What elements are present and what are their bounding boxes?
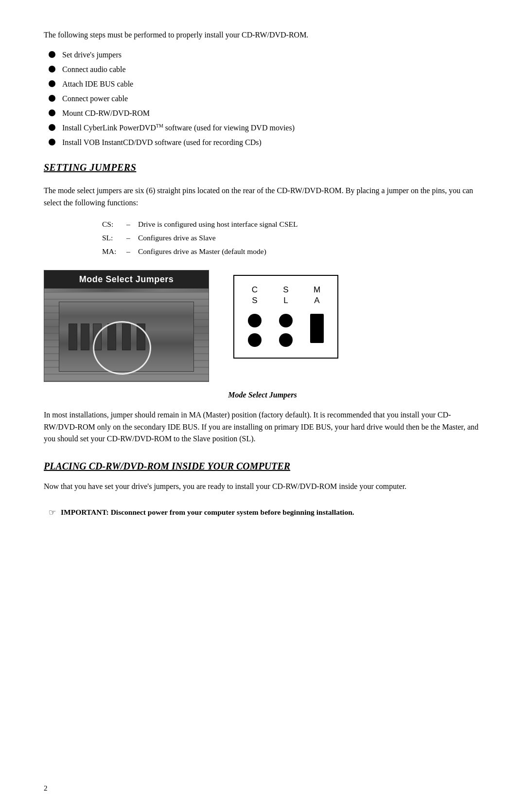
def-text: Configures drive as Slave — [138, 232, 216, 244]
bullet-text: Connect audio cable — [62, 64, 126, 75]
jumpers-paragraph1: The mode select jumpers are six (6) stra… — [44, 185, 481, 209]
jumper-pin — [248, 333, 262, 347]
bullet-dot — [49, 51, 55, 58]
jumper-col-sl: S L — [279, 285, 293, 349]
bullet-dot — [49, 139, 55, 145]
def-text: Drive is configured using host interface… — [138, 218, 298, 231]
bullet-text: Attach IDE BUS cable — [62, 78, 133, 90]
photo-content — [44, 292, 209, 381]
bullet-dot — [49, 80, 55, 87]
bullet-text: Install CyberLink PowerDVDTM software (u… — [62, 122, 295, 134]
important-box: ☞ IMPORTANT: Disconnect power from your … — [44, 506, 481, 518]
def-row-ma: MA: – Configures drive as Master (defaul… — [102, 245, 481, 258]
diagram-caption: Mode Select Jumpers — [44, 391, 481, 399]
col-top-label: M — [314, 285, 320, 295]
list-item: Mount CD-RW/DVD-ROM — [49, 108, 481, 119]
col-top-label: S — [283, 285, 288, 295]
col-top-label: C — [252, 285, 258, 295]
def-text: Configures drive as Master (default mode… — [138, 245, 266, 258]
list-item: Connect power cable — [49, 93, 481, 105]
mode-select-photo: Mode Select Jumpers — [44, 270, 209, 382]
bullet-dot — [49, 66, 55, 72]
bullet-text: Set drive's jumpers — [62, 49, 122, 61]
list-item: Install CyberLink PowerDVDTM software (u… — [49, 122, 481, 134]
bullet-list: Set drive's jumpers Connect audio cable … — [49, 49, 481, 148]
bullet-dot — [49, 95, 55, 102]
photo-label: Mode Select Jumpers — [44, 271, 209, 289]
def-row-cs: CS: – Drive is configured using host int… — [102, 218, 481, 231]
list-item: Connect audio cable — [49, 64, 481, 75]
jumper-pin — [279, 314, 293, 327]
important-icon: ☞ — [49, 507, 56, 518]
jumper-pin — [279, 333, 293, 347]
col-bottom-label: L — [283, 295, 288, 306]
jumper-diagram: C S S L — [233, 275, 338, 359]
jumper-definitions: CS: – Drive is configured using host int… — [102, 218, 481, 258]
def-label: CS: — [102, 218, 126, 231]
def-dash: – — [126, 245, 138, 258]
page-number: 2 — [44, 784, 48, 793]
jumper-pin-rect — [310, 314, 324, 343]
def-dash: – — [126, 218, 138, 231]
intro-paragraph: The following steps must be performed to… — [44, 29, 481, 41]
important-bold: IMPORTANT: Disconnect power from your co… — [61, 508, 354, 516]
def-row-sl: SL: – Configures drive as Slave — [102, 232, 481, 244]
setting-jumpers-heading: SETTING JUMPERS — [44, 162, 481, 173]
list-item: Set drive's jumpers — [49, 49, 481, 61]
list-item: Attach IDE BUS cable — [49, 78, 481, 90]
placing-paragraph: Now that you have set your drive's jumpe… — [44, 481, 481, 493]
col-labels: S L — [283, 285, 288, 306]
bullet-dot — [49, 109, 55, 116]
bullet-text: Connect power cable — [62, 93, 128, 105]
col-labels: C S — [252, 285, 258, 306]
visual-area: Mode Select Jumpers C S — [44, 270, 481, 382]
def-dash: – — [126, 232, 138, 244]
circle-highlight — [93, 321, 151, 375]
def-label: SL: — [102, 232, 126, 244]
jumper-pin — [248, 314, 262, 327]
col-labels: M A — [314, 285, 320, 306]
jumper-col-cs: C S — [248, 285, 262, 349]
col-bottom-label: S — [252, 295, 257, 306]
placing-section-heading: PLACING CD-RW/DVD-ROM INSIDE YOUR COMPUT… — [44, 461, 481, 472]
jumper-cols: C S S L — [248, 285, 324, 349]
list-item: Install VOB InstantCD/DVD software (used… — [49, 137, 481, 148]
jumpers-paragraph2: In most installations, jumper should rem… — [44, 409, 481, 445]
col-bottom-label: A — [314, 295, 319, 306]
jumper-col-ma: M A — [310, 285, 324, 345]
bullet-text: Mount CD-RW/DVD-ROM — [62, 108, 150, 119]
important-text: IMPORTANT: Disconnect power from your co… — [61, 506, 354, 518]
bullet-dot — [49, 124, 55, 131]
bullet-text: Install VOB InstantCD/DVD software (used… — [62, 137, 262, 148]
def-label: MA: — [102, 245, 126, 258]
